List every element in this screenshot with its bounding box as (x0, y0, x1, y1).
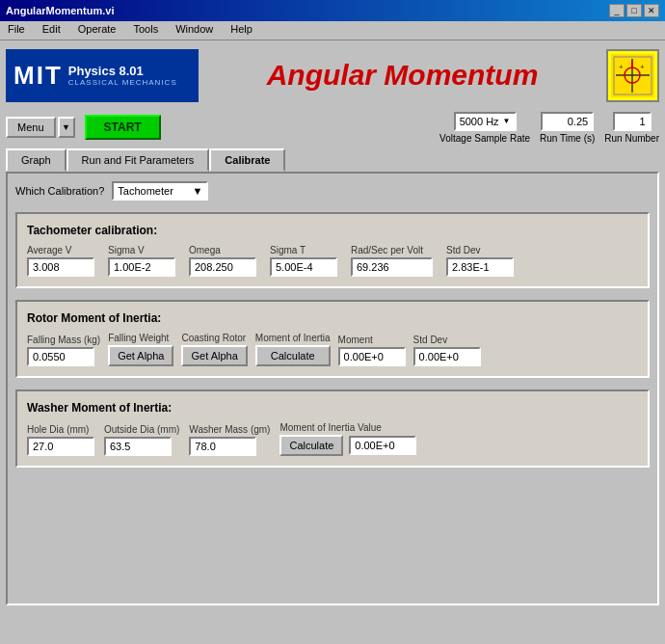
minimize-button[interactable]: _ (609, 4, 625, 17)
tach-sigma-v-col: Sigma V (108, 245, 175, 277)
svg-text:+: + (619, 63, 624, 71)
menu-button[interactable]: Menu (6, 117, 56, 138)
washer-calculate-group: Moment of Inertia Value Calculate (279, 422, 416, 456)
falling-weight-get-alpha-button[interactable]: Get Alpha (108, 345, 173, 366)
tach-omega-col: Omega (189, 245, 256, 277)
start-button[interactable]: START (85, 115, 161, 140)
washer-outside-dia-label: Outside Dia (mm) (104, 424, 179, 435)
window-title: AngularMomentum.vi (6, 5, 114, 16)
menu-help[interactable]: Help (226, 23, 256, 38)
washer-hole-dia-label: Hole Dia (mm) (27, 424, 94, 435)
washer-moment-value-input[interactable] (349, 436, 416, 455)
tach-sigma-v-label: Sigma V (108, 245, 175, 255)
menu-operate[interactable]: Operate (74, 23, 120, 38)
washer-outside-dia-input[interactable] (104, 437, 172, 456)
washer-panel-title: Washer Moment of Inertia: (27, 401, 638, 415)
rotor-falling-weight-col: Falling Weight Get Alpha (108, 333, 173, 366)
sample-rate-label: Voltage Sample Rate (439, 133, 530, 144)
tach-avg-v-col: Average V (27, 245, 94, 277)
washer-mass-col: Washer Mass (gm) (189, 424, 270, 456)
tach-std-dev-input[interactable] (446, 257, 514, 277)
tachometer-panel: Tachometer calibration: Average V Sigma … (15, 212, 650, 288)
rotor-falling-mass-col: Falling Mass (kg) (27, 335, 100, 366)
sample-rate-field-row: 5000 Hz ▼ (454, 112, 517, 131)
washer-mass-input[interactable] (189, 437, 256, 456)
washer-mass-label: Washer Mass (gm) (189, 424, 270, 435)
menu-bar: File Edit Operate Tools Window Help (0, 21, 665, 40)
washer-calculate-button[interactable]: Calculate (279, 435, 343, 456)
run-number-field[interactable]: 1 (613, 112, 652, 131)
tab-content-calibrate: Which Calibration? Tachometer ▼ Tachomet… (6, 172, 659, 605)
rotor-panel-title: Rotor Moment of Inertia: (27, 311, 638, 325)
tach-sigma-v-input[interactable] (108, 257, 175, 277)
tach-rad-sec-input[interactable] (351, 257, 433, 277)
moment-inertia-calculate-button[interactable]: Calculate (255, 345, 331, 366)
tachometer-panel-title: Tachometer calibration: (27, 224, 638, 237)
run-number-group: 1 Run Number (604, 112, 659, 144)
rotor-falling-mass-label: Falling Mass (kg) (27, 335, 100, 345)
tach-rad-sec-label: Rad/Sec per Volt (351, 245, 433, 255)
washer-hole-dia-input[interactable] (27, 437, 94, 456)
menu-window[interactable]: Window (172, 23, 217, 38)
title-bar: AngularMomentum.vi _ □ ✕ (0, 0, 665, 21)
tabs-row: Graph Run and Fit Parameters Calibrate (6, 148, 659, 172)
physics-text: Physics 8.01 (68, 64, 177, 78)
app-body: MIT Physics 8.01 CLASSICAL MECHANICS Ang… (0, 40, 665, 611)
tab-run-fit[interactable]: Run and Fit Parameters (66, 148, 210, 172)
rotor-std-dev-col: Std Dev (413, 335, 481, 366)
washer-fields: Hole Dia (mm) Outside Dia (mm) Washer Ma… (27, 422, 638, 456)
header-icon: + + (606, 49, 659, 102)
maximize-button[interactable]: □ (626, 4, 642, 17)
rotor-falling-weight-label: Falling Weight (108, 333, 173, 343)
rotor-std-dev-input[interactable] (413, 347, 481, 366)
tach-avg-v-input[interactable] (27, 257, 94, 277)
app-title: Angular Momentum (199, 59, 606, 92)
window-controls: _ □ ✕ (609, 4, 659, 17)
tach-omega-label: Omega (189, 245, 256, 255)
tach-sigma-t-input[interactable] (270, 257, 337, 277)
calibration-select[interactable]: Tachometer ▼ (112, 181, 208, 201)
tach-avg-v-label: Average V (27, 245, 94, 255)
rotor-fields: Falling Mass (kg) Falling Weight Get Alp… (27, 333, 638, 366)
run-time-label: Run Time (s) (540, 133, 595, 144)
tach-omega-input[interactable] (189, 257, 256, 277)
rotor-falling-mass-input[interactable] (27, 347, 94, 366)
tach-sigma-t-col: Sigma T (270, 245, 337, 277)
mit-text: MIT (13, 61, 63, 91)
tachometer-fields: Average V Sigma V Omega Sigma T (27, 245, 638, 277)
menu-tools[interactable]: Tools (129, 23, 162, 38)
coasting-rotor-get-alpha-button[interactable]: Get Alpha (181, 345, 247, 366)
tach-rad-sec-col: Rad/Sec per Volt (351, 245, 433, 277)
sample-rate-arrow: ▼ (503, 117, 511, 125)
rotor-moment-label: Moment (338, 335, 406, 345)
rotor-moment-inertia-label: Moment of Inertia (255, 333, 331, 343)
controls-row: Menu ▼ START 5000 Hz ▼ Voltage Sample Ra… (6, 112, 659, 143)
sample-rate-select[interactable]: 5000 Hz ▼ (454, 112, 517, 131)
run-time-field[interactable]: 0.25 (541, 112, 594, 131)
mit-logo: MIT Physics 8.01 CLASSICAL MECHANICS (6, 49, 199, 102)
washer-hole-dia-col: Hole Dia (mm) (27, 424, 94, 456)
rotor-panel: Rotor Moment of Inertia: Falling Mass (k… (15, 300, 650, 378)
close-button[interactable]: ✕ (644, 4, 659, 17)
menu-dropdown-arrow[interactable]: ▼ (58, 117, 75, 138)
washer-panel: Washer Moment of Inertia: Hole Dia (mm) … (15, 389, 650, 468)
rotor-moment-input[interactable] (338, 347, 406, 366)
menu-file[interactable]: File (4, 23, 29, 38)
tab-calibrate[interactable]: Calibrate (209, 148, 285, 172)
which-calibration-label: Which Calibration? (15, 185, 104, 197)
sample-rate-group: 5000 Hz ▼ Voltage Sample Rate (439, 112, 530, 144)
rotor-moment-col: Moment (338, 335, 406, 366)
menu-dropdown[interactable]: Menu ▼ (6, 117, 75, 138)
tab-graph[interactable]: Graph (6, 148, 66, 172)
rotor-coasting-label: Coasting Rotor (181, 333, 247, 343)
rotor-std-dev-label: Std Dev (413, 335, 481, 345)
calibration-selector-row: Which Calibration? Tachometer ▼ (15, 181, 650, 201)
washer-calculate-row: Calculate (279, 435, 416, 456)
menu-edit[interactable]: Edit (39, 23, 65, 38)
tach-std-dev-label: Std Dev (446, 245, 514, 255)
tach-sigma-t-label: Sigma T (270, 245, 337, 255)
washer-moment-label: Moment of Inertia Value (279, 422, 416, 433)
run-time-group: 0.25 Run Time (s) (540, 112, 595, 144)
classical-text: CLASSICAL MECHANICS (68, 78, 177, 87)
tach-std-dev-col: Std Dev (446, 245, 514, 277)
